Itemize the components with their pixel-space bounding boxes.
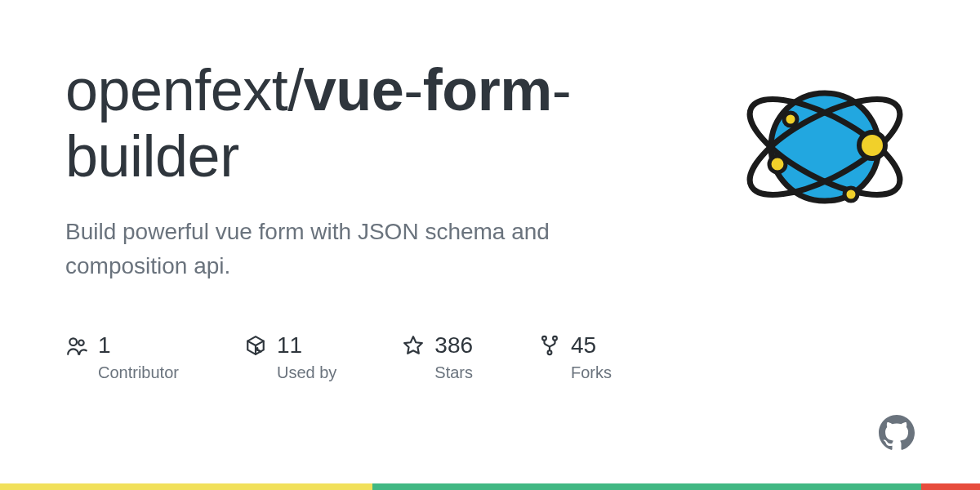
repo-name-form: form xyxy=(423,57,552,122)
contributors-count: 1 xyxy=(98,332,111,359)
used-by-count: 11 xyxy=(277,332,302,359)
stars-label: Stars xyxy=(434,363,473,382)
svg-point-1 xyxy=(78,341,84,346)
repo-name-builder: builder xyxy=(65,123,239,189)
stat-forks: 45 Forks xyxy=(538,332,612,382)
svg-point-11 xyxy=(784,113,797,126)
star-icon xyxy=(402,334,425,357)
stat-contributors: 1 Contributor xyxy=(65,332,179,382)
forks-label: Forks xyxy=(571,363,612,382)
package-icon xyxy=(244,334,267,357)
svg-point-12 xyxy=(844,188,858,201)
fork-icon xyxy=(538,334,561,357)
lang-seg-2 xyxy=(921,483,980,490)
used-by-label: Used by xyxy=(277,363,336,382)
svg-point-10 xyxy=(769,156,786,172)
repo-name-vue: vue xyxy=(304,57,404,122)
stat-used-by: 11 Used by xyxy=(244,332,336,382)
svg-marker-2 xyxy=(404,336,422,354)
people-icon xyxy=(65,334,88,357)
forks-count: 45 xyxy=(571,332,596,359)
svg-point-9 xyxy=(859,132,885,158)
svg-point-0 xyxy=(69,339,77,346)
repo-owner: openfext xyxy=(65,57,287,122)
dash1: - xyxy=(403,57,422,122)
dash2: - xyxy=(552,57,571,122)
stats-row: 1 Contributor 11 xyxy=(65,332,686,382)
stat-stars: 386 Stars xyxy=(402,332,473,382)
repo-logo xyxy=(735,57,915,237)
stars-count: 386 xyxy=(434,332,473,359)
github-icon xyxy=(879,415,915,451)
repo-description: Build powerful vue form with JSON schema… xyxy=(65,215,637,283)
lang-seg-0 xyxy=(0,483,372,490)
language-color-bar xyxy=(0,483,980,490)
repo-title: openfext/vue-form-builder xyxy=(65,57,686,189)
lang-seg-1 xyxy=(372,483,921,490)
contributors-label: Contributor xyxy=(98,363,179,382)
repo-slash: / xyxy=(287,57,304,122)
